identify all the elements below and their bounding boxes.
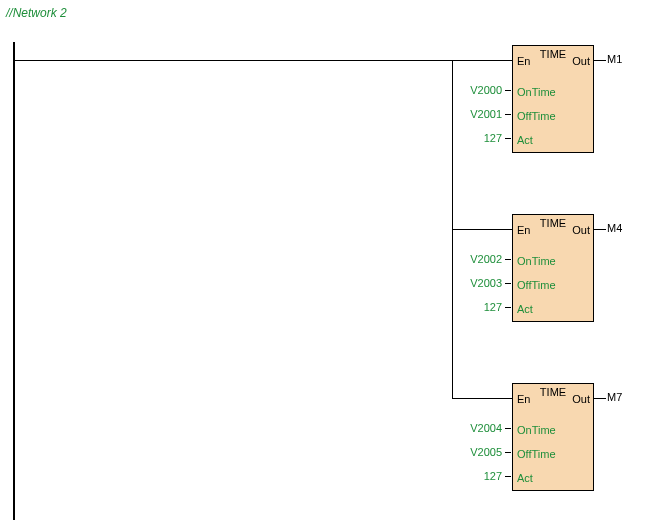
input-act: 127	[462, 301, 502, 313]
output-tag: M7	[607, 391, 622, 403]
port-act-label: Act	[517, 472, 533, 484]
input-ontime: V2004	[462, 422, 502, 434]
port-en-label: En	[517, 393, 530, 405]
tick	[505, 428, 511, 429]
time-block: TIME En Out OnTime OffTime Act	[512, 45, 594, 153]
tick	[505, 283, 511, 284]
wire-en-b2	[452, 229, 512, 230]
tick	[505, 138, 511, 139]
port-ontime-label: OnTime	[517, 424, 556, 436]
time-block: TIME En Out OnTime OffTime Act	[512, 214, 594, 322]
port-act-label: Act	[517, 134, 533, 146]
input-act: 127	[462, 132, 502, 144]
port-out-label: Out	[572, 224, 590, 236]
port-en-label: En	[517, 224, 530, 236]
port-out-label: Out	[572, 393, 590, 405]
tick	[505, 307, 511, 308]
network-label: //Network 2	[6, 6, 67, 20]
tick	[505, 259, 511, 260]
port-out-label: Out	[572, 55, 590, 67]
port-ontime-label: OnTime	[517, 86, 556, 98]
port-act-label: Act	[517, 303, 533, 315]
input-ontime: V2000	[462, 84, 502, 96]
port-offtime-label: OffTime	[517, 279, 556, 291]
input-offtime: V2001	[462, 108, 502, 120]
port-offtime-label: OffTime	[517, 448, 556, 460]
input-ontime: V2002	[462, 253, 502, 265]
tick	[505, 114, 511, 115]
output-tag: M1	[607, 53, 622, 65]
port-offtime-label: OffTime	[517, 110, 556, 122]
input-offtime: V2003	[462, 277, 502, 289]
tick	[505, 476, 511, 477]
wire-en-b3	[452, 398, 512, 399]
wire-main	[14, 60, 453, 61]
tick	[505, 90, 511, 91]
input-act: 127	[462, 470, 502, 482]
tick	[505, 452, 511, 453]
port-en-label: En	[517, 55, 530, 67]
input-offtime: V2005	[462, 446, 502, 458]
power-rail	[13, 42, 15, 520]
wire-out-b3	[594, 398, 606, 399]
time-block: TIME En Out OnTime OffTime Act	[512, 383, 594, 491]
wire-en-b1	[452, 60, 512, 61]
output-tag: M4	[607, 222, 622, 234]
port-ontime-label: OnTime	[517, 255, 556, 267]
wire-out-b2	[594, 229, 606, 230]
wire-out-b1	[594, 60, 606, 61]
